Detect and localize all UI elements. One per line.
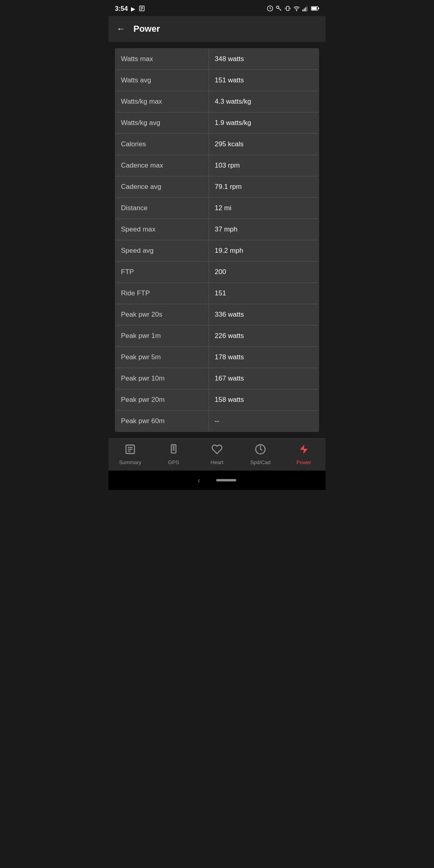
bottom-nav: Summary GPS Heart Spd/Cad Power [108,438,326,471]
back-button[interactable]: ← [115,22,127,36]
row-label: Cadence max [115,155,209,176]
table-row: Speed avg19.2 mph [115,240,319,262]
row-value: -- [209,411,319,432]
table-row: Calories295 kcals [115,134,319,155]
row-value: 151 [209,283,319,304]
table-row: Speed max37 mph [115,219,319,240]
nav-label-heart: Heart [211,459,223,465]
gps-icon [168,444,179,458]
clock-icon [267,5,273,13]
nav-item-summary[interactable]: Summary [108,444,152,465]
signal-icon [302,5,309,13]
spd-cad-icon [255,444,266,458]
vibrate-icon [285,5,291,13]
row-value: 1.9 watts/kg [209,113,319,134]
table-row: Watts avg151 watts [115,70,319,91]
row-value: 226 watts [209,326,319,347]
table-row: Peak pwr 10m167 watts [115,368,319,389]
svg-rect-11 [307,6,307,11]
system-nav: ‹ [108,471,326,490]
row-label: Peak pwr 20m [115,389,209,411]
table-row: FTP200 [115,262,319,283]
nav-label-spd-cad: Spd/Cad [250,459,271,465]
row-label: Calories [115,134,209,155]
table-row: Peak pwr 20m158 watts [115,389,319,411]
nav-item-gps[interactable]: GPS [152,444,195,465]
main-content: Watts max348 wattsWatts avg151 wattsWatt… [108,42,326,438]
row-label: FTP [115,262,209,283]
nav-label-gps: GPS [168,459,179,465]
row-label: Peak pwr 20s [115,304,209,326]
row-value: 178 watts [209,347,319,368]
svg-rect-10 [305,7,306,11]
nav-label-summary: Summary [119,459,141,465]
stats-table: Watts max348 wattsWatts avg151 wattsWatt… [115,48,319,432]
table-row: Peak pwr 1m226 watts [115,326,319,347]
table-row: Peak pwr 20s336 watts [115,304,319,326]
home-indicator[interactable] [216,479,236,481]
row-label: Speed avg [115,240,209,262]
play-icon: ▶ [131,6,135,12]
table-row: Distance12 mi [115,198,319,219]
row-value: 19.2 mph [209,240,319,262]
table-row: Watts/kg max4.3 watts/kg [115,91,319,113]
row-label: Cadence avg [115,176,209,198]
row-label: Speed max [115,219,209,240]
table-row: Ride FTP151 [115,283,319,304]
wifi-icon [293,5,300,13]
row-value: 167 watts [209,368,319,389]
row-value: 12 mi [209,198,319,219]
row-value: 200 [209,262,319,283]
svg-point-7 [296,10,297,10]
status-left: 3:54 ▶ [115,5,145,13]
status-time: 3:54 [115,5,128,12]
row-value: 37 mph [209,219,319,240]
power-icon [298,444,309,458]
table-row: Cadence max103 rpm [115,155,319,176]
nav-label-power: Power [297,459,311,465]
clipboard-icon [139,5,145,13]
svg-rect-14 [311,7,317,10]
svg-rect-6 [287,6,289,10]
row-label: Peak pwr 5m [115,347,209,368]
table-row: Watts max348 watts [115,49,319,70]
key-icon [276,5,282,13]
row-value: 103 rpm [209,155,319,176]
table-row: Peak pwr 5m178 watts [115,347,319,368]
heart-icon [211,444,223,458]
table-row: Peak pwr 60m-- [115,411,319,432]
svg-rect-8 [303,9,303,11]
row-label: Peak pwr 60m [115,411,209,432]
table-row: Cadence avg79.1 rpm [115,176,319,198]
row-label: Distance [115,198,209,219]
row-value: 151 watts [209,70,319,91]
row-label: Ride FTP [115,283,209,304]
row-value: 295 kcals [209,134,319,155]
row-value: 348 watts [209,49,319,70]
back-system-button[interactable]: ‹ [198,476,200,485]
page-title: Power [133,24,160,34]
row-label: Peak pwr 10m [115,368,209,389]
nav-item-heart[interactable]: Heart [195,444,239,465]
row-value: 79.1 rpm [209,176,319,198]
table-row: Watts/kg avg1.9 watts/kg [115,113,319,134]
row-label: Watts max [115,49,209,70]
row-value: 336 watts [209,304,319,326]
row-value: 4.3 watts/kg [209,91,319,113]
row-label: Watts/kg avg [115,113,209,134]
header: ← Power [108,16,326,42]
nav-item-spd-cad[interactable]: Spd/Cad [239,444,282,465]
row-label: Watts avg [115,70,209,91]
row-label: Watts/kg max [115,91,209,113]
status-bar: 3:54 ▶ [108,0,326,16]
svg-rect-13 [318,7,319,9]
status-right [267,5,319,13]
svg-rect-9 [304,8,305,11]
battery-icon [311,5,319,13]
nav-item-power[interactable]: Power [282,444,326,465]
summary-icon [125,444,136,458]
row-label: Peak pwr 1m [115,326,209,347]
svg-marker-25 [300,444,308,454]
row-value: 158 watts [209,389,319,411]
